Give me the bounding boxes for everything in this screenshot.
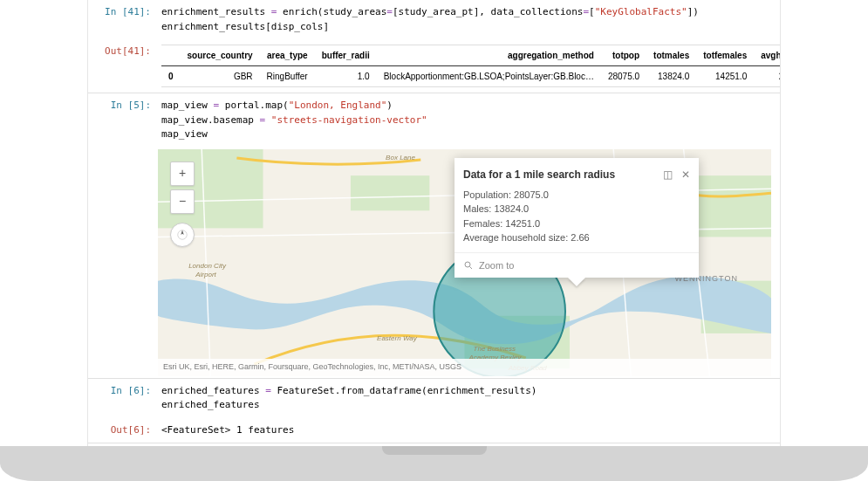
svg-text:Airport: Airport <box>195 270 216 278</box>
df-totfemales: 14251.0 <box>696 66 754 87</box>
popup-males: Males: 13824.0 <box>463 202 690 216</box>
dataframe-row-0: 0 GBR RingBuffer 1.0 BlockApportionment:… <box>161 66 780 87</box>
df-h-buffer: buffer_radii <box>315 45 377 66</box>
code-cell-5: In [5]: map_view = portal.map("London, E… <box>88 93 780 148</box>
df-h-agg: aggregation_method <box>377 45 601 66</box>
code-cell-6: In [6]: enriched_features = FeatureSet.f… <box>88 378 780 418</box>
laptop-base <box>0 446 868 481</box>
out-prompt-41: Out[41]: <box>88 39 158 93</box>
df-h-totpop: totpop <box>601 45 646 66</box>
code-text-41: enrichment_results = enrich(study_areas=… <box>161 6 699 32</box>
df-area: RingBuffer <box>260 66 315 87</box>
code-cell-41: In [41]: enrichment_results = enrich(stu… <box>88 0 780 39</box>
popup-footer[interactable]: Zoom to <box>455 252 699 278</box>
in-prompt-6: In [6]: <box>88 379 158 418</box>
svg-line-11 <box>470 266 473 269</box>
dock-icon[interactable]: ◫ <box>663 167 673 182</box>
popup-hh: Average household size: 2.66 <box>463 230 690 245</box>
empty-prompt-map <box>88 148 158 378</box>
label-business: The Business <box>474 344 516 352</box>
close-icon[interactable]: ✕ <box>681 167 690 182</box>
zoom-to-label: Zoom to <box>479 258 514 273</box>
df-h-totfemales: totfemales <box>696 45 754 66</box>
notebook-screen: In [41]: enrichment_results = enrich(stu… <box>87 0 781 446</box>
zoom-icon <box>463 260 474 271</box>
dataframe-header-row: source_country area_type buffer_radii ag… <box>161 45 780 66</box>
compass-icon <box>176 229 188 241</box>
label-eastern-way: Eastern Way <box>377 333 418 341</box>
out-cell-6: Out[6]: <FeatureSet> 1 features <box>88 418 780 443</box>
map-controls: + − <box>170 161 195 247</box>
code-text-5: map_view = portal.map("London, England")… <box>161 100 427 140</box>
in-prompt-5: In [5]: <box>88 93 158 148</box>
map-attribution: Esri UK, Esri, HERE, Garmin, Foursquare,… <box>158 359 771 376</box>
code-body-41[interactable]: enrichment_results = enrich(study_areas=… <box>158 0 780 39</box>
svg-point-10 <box>465 262 470 267</box>
dataframe-output: source_country area_type buffer_radii ag… <box>158 39 780 93</box>
out-cell-41: Out[41]: source_country area_type buffer… <box>88 39 780 93</box>
map-widget[interactable]: RAINHAM WENNINGTON Box Lane Eastern Way … <box>158 149 771 376</box>
df-h-avghhsz: avghhsz <box>754 45 780 66</box>
df-h-country: source_country <box>181 45 260 66</box>
label-airport: London City <box>188 261 227 269</box>
code-body-6[interactable]: enriched_features = FeatureSet.from_data… <box>158 379 780 418</box>
map-output-body: RAINHAM WENNINGTON Box Lane Eastern Way … <box>158 148 780 378</box>
df-buffer: 1.0 <box>315 66 377 87</box>
home-button[interactable] <box>170 223 195 247</box>
df-agg: BlockApportionment:GB.LSOA;PointsLayer:G… <box>377 66 601 87</box>
popup-population: Population: 28075.0 <box>463 188 690 203</box>
df-country: GBR <box>181 66 260 87</box>
label-box-lane: Box Lane <box>386 154 415 161</box>
df-totmales: 13824.0 <box>646 66 696 87</box>
out-prompt-6: Out[6]: <box>88 418 158 443</box>
df-idx: 0 <box>161 66 181 87</box>
popup-body: Population: 28075.0 Males: 13824.0 Femal… <box>455 188 699 252</box>
dataframe-table: source_country area_type buffer_radii ag… <box>161 45 780 87</box>
df-totpop: 28075.0 <box>601 66 646 87</box>
map-output-cell: RAINHAM WENNINGTON Box Lane Eastern Way … <box>88 148 780 378</box>
svg-rect-2 <box>351 175 429 210</box>
df-h-idx <box>161 45 181 66</box>
code-body-5[interactable]: map_view = portal.map("London, England")… <box>158 93 780 148</box>
popup-tail <box>568 278 585 286</box>
code-text-6: enriched_features = FeatureSet.from_data… <box>161 385 537 411</box>
out-body-6: <FeatureSet> 1 features <box>158 418 780 443</box>
in-prompt-41: In [41]: <box>88 0 158 39</box>
map-popup: Data for a 1 mile search radius ◫ ✕ Popu… <box>455 158 699 278</box>
laptop-frame: In [41]: enrichment_results = enrich(stu… <box>0 0 868 481</box>
zoom-out-button[interactable]: − <box>170 189 195 214</box>
df-h-totmales: totmales <box>646 45 696 66</box>
df-avghhsz: 2.66 <box>754 66 780 87</box>
df-h-area: area_type <box>260 45 315 66</box>
zoom-in-button[interactable]: + <box>170 161 195 186</box>
popup-title: Data for a 1 mile search radius <box>463 167 663 182</box>
popup-females: Females: 14251.0 <box>463 216 690 231</box>
